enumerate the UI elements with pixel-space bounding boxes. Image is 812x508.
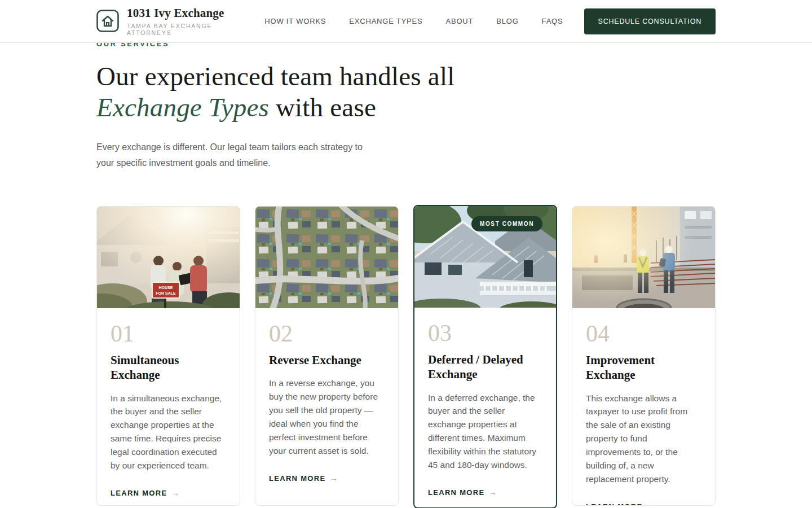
- card-deferred-delayed-exchange: MOST COMMON 03 Deferred / Delayed Exchan…: [413, 205, 557, 508]
- card-image-aerial-neighborhood: [255, 207, 398, 308]
- services-section: OUR SERVICES Our experienced team handle…: [0, 0, 812, 508]
- section-heading: Our experienced team handles allExchange…: [96, 61, 716, 123]
- house-icon: [96, 10, 119, 32]
- arrow-right-icon: →: [647, 502, 654, 506]
- nav-link-about[interactable]: ABOUT: [445, 17, 473, 25]
- svg-text:FOR SALE: FOR SALE: [156, 291, 176, 295]
- learn-more-link[interactable]: LEARN MORE→: [111, 489, 179, 497]
- card-reverse-exchange: 02 Reverse Exchange In a reverse exchang…: [255, 206, 399, 506]
- card-image-construction-site: [572, 207, 715, 308]
- main-nav: HOW IT WORKS EXCHANGE TYPES ABOUT BLOG F…: [241, 8, 716, 34]
- card-title: Reverse Exchange: [269, 353, 385, 367]
- nav-link-how-it-works[interactable]: HOW IT WORKS: [264, 17, 326, 25]
- schedule-consultation-button[interactable]: SCHEDULE CONSULTATION: [584, 8, 716, 34]
- card-improvement-exchange: 04 Improvement Exchange This exchange al…: [572, 206, 716, 506]
- nav-link-exchange-types[interactable]: EXCHANGE TYPES: [349, 17, 422, 25]
- arrow-right-icon: →: [171, 489, 179, 497]
- section-lede: Every exchange is different. Our legal t…: [96, 139, 368, 171]
- site-header: 1031 Ivy Exchange TAMPA BAY EXCHANGE ATT…: [0, 0, 812, 43]
- arrow-right-icon: →: [489, 488, 496, 497]
- brand-name: 1031 Ivy Exchange: [127, 6, 241, 20]
- nav-link-faqs[interactable]: FAQS: [542, 17, 563, 25]
- card-image-metal-roof-house: MOST COMMON: [414, 206, 556, 308]
- exchange-type-cards: HOUSE FOR SALE 01 Simultaneous Exchange …: [96, 206, 716, 508]
- arrow-right-icon: →: [330, 474, 337, 483]
- card-title: Simultaneous Exchange: [111, 353, 226, 383]
- card-title: Improvement Exchange: [586, 353, 701, 383]
- brand-tagline: TAMPA BAY EXCHANGE ATTORNEYS: [127, 23, 241, 36]
- card-description: This exchange allows a taxpayer to use p…: [586, 392, 701, 486]
- most-common-badge: MOST COMMON: [471, 216, 542, 231]
- brand[interactable]: 1031 Ivy Exchange TAMPA BAY EXCHANGE ATT…: [96, 6, 241, 36]
- card-simultaneous-exchange: HOUSE FOR SALE 01 Simultaneous Exchange …: [96, 206, 240, 506]
- card-image-house-for-sale: HOUSE FOR SALE: [97, 207, 240, 308]
- learn-more-link[interactable]: LEARN MORE→: [269, 474, 337, 483]
- card-number: 01: [111, 321, 226, 346]
- card-description: In a reverse exchange, you buy the new p…: [269, 376, 385, 457]
- card-number: 03: [428, 321, 542, 345]
- card-number: 02: [269, 321, 385, 346]
- nav-link-blog[interactable]: BLOG: [496, 17, 518, 25]
- card-description: In a simultaneous exchange, the buyer an…: [111, 392, 226, 472]
- card-number: 04: [586, 321, 701, 346]
- card-title: Deferred / Delayed Exchange: [428, 352, 542, 382]
- learn-more-link[interactable]: LEARN MORE→: [586, 502, 654, 506]
- card-description: In a deferred exchange, the buyer and th…: [428, 391, 542, 472]
- svg-text:HOUSE: HOUSE: [159, 286, 173, 290]
- heading-italic-accent: Exchange Types: [96, 93, 269, 122]
- learn-more-link[interactable]: LEARN MORE→: [428, 488, 496, 497]
